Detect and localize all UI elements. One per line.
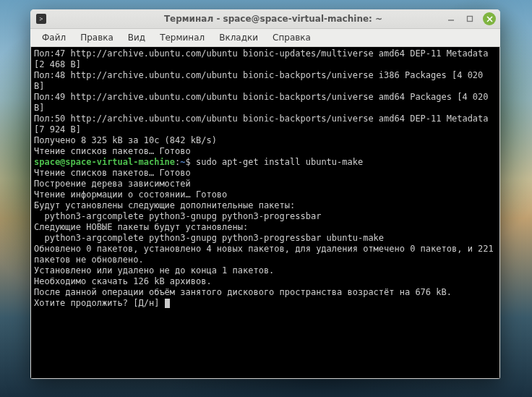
prompt-user-host: space@space-virtual-machine xyxy=(34,157,175,167)
terminal-app-icon xyxy=(36,14,46,24)
window-title: Терминал - space@space-virtual-machine: … xyxy=(46,14,500,24)
menu-help[interactable]: Справка xyxy=(265,30,318,45)
titlebar[interactable]: Терминал - space@space-virtual-machine: … xyxy=(30,9,500,29)
maximize-button[interactable] xyxy=(464,13,476,25)
menu-file[interactable]: Файл xyxy=(35,30,73,45)
prompt-dollar: $ xyxy=(186,157,196,167)
terminal-window: Терминал - space@space-virtual-machine: … xyxy=(30,9,500,379)
prompt-command: sudo apt-get install ubuntu-make xyxy=(196,157,363,167)
terminal-cursor xyxy=(165,299,170,308)
menu-terminal[interactable]: Терминал xyxy=(153,30,212,45)
terminal-output[interactable]: Пол:47 http://archive.ubuntu.com/ubuntu … xyxy=(30,47,500,379)
menu-edit[interactable]: Правка xyxy=(73,30,121,45)
close-button[interactable] xyxy=(483,12,496,25)
menubar: Файл Правка Вид Терминал Вкладки Справка xyxy=(30,29,500,47)
minimize-button[interactable] xyxy=(445,13,457,25)
svg-rect-1 xyxy=(468,17,473,22)
window-controls xyxy=(445,12,496,25)
menu-view[interactable]: Вид xyxy=(121,30,153,45)
menu-tabs[interactable]: Вкладки xyxy=(212,30,265,45)
prompt-path: ~ xyxy=(180,157,185,167)
